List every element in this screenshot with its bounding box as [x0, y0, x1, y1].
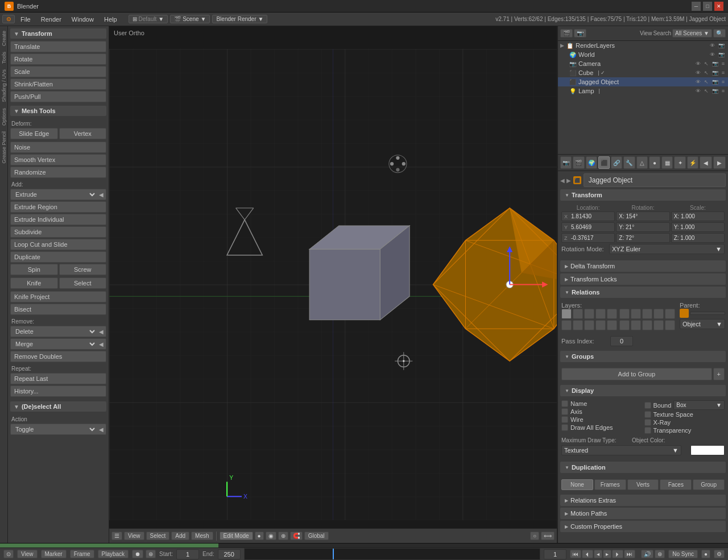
play-reverse-btn[interactable]: ◂ — [594, 550, 602, 558]
history-btn[interactable]: History... — [10, 385, 106, 397]
frame-btn[interactable]: Frame — [70, 550, 94, 558]
slide-edge-btn[interactable]: Slide Edge — [10, 128, 58, 139]
layer-btn-6[interactable] — [561, 320, 572, 330]
texture-icon[interactable]: ▦ — [661, 156, 673, 169]
layer-btn-2[interactable] — [573, 309, 583, 319]
maximize-button[interactable]: □ — [703, 2, 712, 11]
bound-checkbox[interactable] — [644, 402, 651, 409]
dup-faces-tab[interactable]: Faces — [660, 479, 692, 490]
minimize-button[interactable]: ─ — [692, 2, 701, 11]
props-next[interactable]: ▶ — [713, 156, 726, 169]
cursor-icon-jagged[interactable]: ↖ — [703, 79, 710, 85]
rotate-btn[interactable]: Rotate — [10, 53, 106, 65]
layer-btn-8[interactable] — [584, 320, 594, 330]
select-menu-btn[interactable]: Select — [146, 532, 170, 540]
display-header[interactable]: ▼ Display — [560, 385, 726, 396]
world-props-icon[interactable]: 🌍 — [586, 156, 597, 169]
layer-btn-9[interactable] — [595, 320, 606, 330]
select-btn[interactable]: Select — [59, 277, 107, 289]
outliner-jagged[interactable]: ⬛ Jagged Object 👁 ↖ 📷 ≡ — [558, 77, 728, 86]
layer-btn-18[interactable] — [642, 320, 652, 330]
outliner-world[interactable]: 🌍 World 👁 📷 — [558, 50, 728, 59]
constraints-icon[interactable]: 🔗 — [611, 156, 622, 169]
audio-opt-btn[interactable]: ⊛ — [655, 550, 665, 558]
material-icon[interactable]: ● — [649, 156, 660, 169]
jump-end-btn[interactable]: ⏭ — [624, 550, 635, 558]
bound-type-select[interactable]: Box ▼ — [673, 400, 725, 410]
pass-index-field[interactable]: 0 — [610, 336, 633, 346]
view-menu-btn[interactable]: View — [124, 532, 144, 540]
layer-btn-11[interactable] — [619, 309, 630, 319]
transparency-checkbox[interactable] — [644, 427, 651, 434]
extra-icon-jagged[interactable]: ≡ — [721, 79, 726, 85]
layer-btn-5[interactable] — [607, 309, 617, 319]
toggle-select[interactable]: Toggle — [11, 424, 97, 434]
render-menu[interactable]: Render — [36, 15, 66, 24]
render-icon-camera[interactable]: 📷 — [711, 61, 719, 67]
add-group-icon-btn[interactable]: + — [713, 368, 725, 380]
next-frame-btn[interactable]: ⏵ — [612, 550, 623, 558]
noise-btn[interactable]: Noise — [10, 142, 106, 153]
layer-btn-1[interactable] — [561, 309, 572, 319]
loc-y-field[interactable]: Y 5.60469 — [561, 222, 615, 232]
outliner-cube[interactable]: ⬛ Cube | ✓ 👁 ↖ 📷 ≡ — [558, 68, 728, 77]
window-menu[interactable]: Window — [67, 15, 98, 24]
eye-icon-cube[interactable]: 👁 — [694, 70, 702, 76]
mode-dropdown[interactable]: Edit Mode — [220, 532, 253, 540]
screen-layout-btn[interactable]: ⊞ Default ▼ — [129, 15, 168, 23]
close-button[interactable]: ✕ — [714, 2, 723, 11]
relations-header[interactable]: ▼ Relations — [560, 287, 726, 298]
layer-btn-20[interactable] — [665, 320, 675, 330]
name-checkbox[interactable] — [561, 400, 568, 407]
keyframe-icon[interactable]: ● — [701, 550, 710, 558]
eye-icon-jagged[interactable]: 👁 — [694, 79, 702, 85]
scene-properties-btn[interactable]: 🎬 — [560, 29, 573, 38]
axis-checkbox[interactable] — [561, 408, 568, 415]
smooth-vertex-btn[interactable]: Smooth Vertex — [10, 154, 106, 165]
viewport[interactable]: User Ortho — [109, 26, 557, 543]
layer-btn-17[interactable] — [631, 320, 641, 330]
modifiers-icon[interactable]: 🔧 — [623, 156, 635, 169]
motion-paths-section[interactable]: ▶ Motion Paths — [560, 508, 726, 519]
scale-x-field[interactable]: X: 1.000 — [671, 211, 725, 221]
transform-locks-section[interactable]: ▶ Transform Locks — [560, 273, 726, 285]
extrude-region-btn[interactable]: Extrude Region — [10, 201, 106, 213]
merge-dropdown[interactable]: Merge ◀ — [10, 338, 106, 350]
layer-btn-4[interactable] — [595, 309, 606, 319]
layer-btn-15[interactable] — [665, 309, 675, 319]
vertex-btn[interactable]: Vertex — [59, 128, 107, 139]
marker-btn[interactable]: Marker — [41, 550, 67, 558]
start-frame-field[interactable]: 1 — [176, 549, 199, 559]
prev-frame-btn[interactable]: ⏴ — [582, 550, 593, 558]
playback-btn[interactable]: Playback — [98, 550, 129, 558]
grease-pencil-tab[interactable]: Grease Pencil — [1, 129, 7, 166]
merge-select[interactable]: Merge — [11, 339, 97, 349]
audio-btn[interactable]: 🔊 — [641, 550, 653, 558]
render-props-icon[interactable]: 📷 — [560, 156, 572, 169]
repeat-last-btn[interactable]: Repeat Last — [10, 373, 106, 384]
add-to-group-btn[interactable]: Add to Group — [561, 368, 712, 380]
nla-icon[interactable]: ⚙ — [714, 550, 725, 558]
transform-orientation[interactable]: Global — [304, 532, 329, 540]
add-menu-btn[interactable]: Add — [171, 532, 189, 540]
timeline-area[interactable] — [244, 548, 541, 560]
render-properties-btn[interactable]: 📷 — [574, 29, 586, 38]
data-icon[interactable]: △ — [636, 156, 648, 169]
object-color-swatch[interactable] — [690, 445, 725, 455]
options-tab[interactable]: Options — [1, 106, 7, 128]
texture-space-checkbox[interactable] — [644, 411, 651, 418]
particles-icon[interactable]: ✦ — [674, 156, 685, 169]
dup-frames-tab[interactable]: Frames — [594, 479, 626, 490]
cursor-icon-camera[interactable]: ↖ — [703, 61, 710, 67]
rot-z-field[interactable]: Z: 72° — [616, 233, 669, 243]
mirror-icon[interactable]: ⟺ — [541, 532, 555, 540]
view-btn[interactable]: View — [17, 550, 38, 558]
knife-btn[interactable]: Knife — [10, 277, 58, 289]
translate-btn[interactable]: Translate — [10, 41, 106, 52]
end-frame-field[interactable]: 250 — [218, 549, 241, 559]
jump-start-btn[interactable]: ⏮ — [570, 550, 581, 558]
current-frame-field[interactable]: 1 — [544, 549, 566, 559]
outliner-lamp[interactable]: 💡 Lamp | 👁 ↖ 📷 ≡ — [558, 86, 728, 96]
tools-tab[interactable]: Tools — [1, 49, 7, 66]
physics-icon[interactable]: ⚡ — [687, 156, 698, 169]
